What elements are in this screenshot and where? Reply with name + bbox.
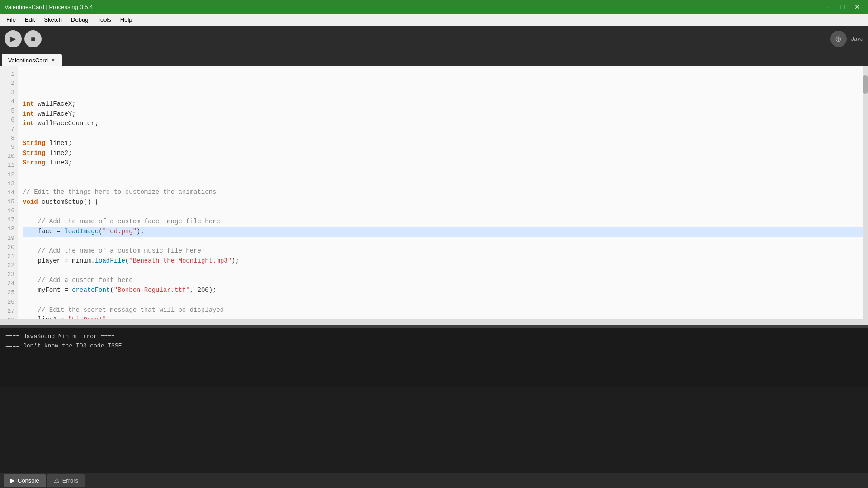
menu-help[interactable]: Help [116, 15, 137, 24]
line-3: int wallFaceCounter; [23, 119, 863, 129]
scrollbar-thumb[interactable] [863, 75, 868, 94]
debugger-button[interactable]: ⊕ [830, 31, 847, 47]
keyword-type: int [23, 110, 34, 117]
java-mode-label: Java [851, 35, 863, 42]
line-13: // Add the name of a custom face image f… [23, 217, 863, 227]
errors-tab-label: Errors [62, 477, 78, 484]
keyword-type: String [23, 150, 45, 157]
comment: // Edit the things here to customize the… [23, 188, 216, 196]
line-numbers: 1234567891011121314151617181920212223242… [0, 66, 18, 319]
code-text: ); [231, 257, 239, 264]
close-button[interactable]: ✕ [851, 0, 863, 13]
menu-edit[interactable]: Edit [20, 15, 39, 24]
toolbar-left: ▶ ■ [5, 30, 42, 47]
console-output: ==== JavaSound Minim Error ==== ==== Don… [0, 328, 868, 387]
code-content[interactable]: int wallFaceX;int wallFaceY;int wallFace… [18, 66, 868, 319]
code-text: ( [110, 286, 113, 294]
code-text: wallFaceCounter; [34, 120, 99, 127]
menu-file[interactable]: File [2, 15, 20, 24]
string-literal: "Bonbon-Regular.ttf" [114, 286, 190, 294]
line-1: int wallFaceX; [23, 99, 863, 109]
line-20: myFont = createFont("Bonbon-Regular.ttf"… [23, 286, 863, 296]
console-tab-icon: ▶ [10, 477, 15, 484]
toolbar: ▶ ■ ⊕ Java [0, 26, 868, 51]
tab-dropdown-icon[interactable]: ▼ [51, 57, 56, 63]
code-text: wallFaceY; [34, 110, 75, 117]
title-bar-left: ValentinesCard | Processing 3.5.4 [5, 4, 93, 10]
line-9 [23, 178, 863, 188]
tab-bar: ValentinesCard ▼ [0, 51, 868, 66]
code-text: wallFaceX; [34, 100, 75, 108]
code-text: face = [23, 228, 64, 235]
title-bar-controls: ─ □ ✕ [822, 0, 863, 13]
code-text: ; [106, 316, 110, 319]
line-4 [23, 129, 863, 139]
console-line-1: ==== JavaSound Minim Error ==== [5, 332, 863, 342]
string-literal: "Ted.png" [102, 228, 137, 235]
comment: // Add a custom font here [23, 277, 133, 284]
function-call: loadFile [95, 257, 125, 264]
line-14: face = loadImage("Ted.png"); [23, 227, 863, 237]
line-7: String line3; [23, 158, 863, 168]
code-text: customSetup() { [38, 198, 99, 206]
line-2: int wallFaceY; [23, 109, 863, 119]
comment: // Add the name of a custom music file h… [23, 247, 201, 254]
code-text: , 200); [190, 286, 217, 294]
string-literal: "Hi Dane!" [68, 316, 106, 319]
maximize-button[interactable]: □ [836, 0, 849, 13]
code-text: player = minim. [23, 257, 95, 264]
line-8 [23, 168, 863, 178]
code-text: ( [125, 257, 129, 264]
line-6: String line2; [23, 149, 863, 159]
minimize-button[interactable]: ─ [822, 0, 835, 13]
title-text: ValentinesCard | Processing 3.5.4 [5, 4, 93, 10]
comment: // Add the name of a custom face image f… [23, 218, 220, 225]
console-line-2: ==== Don't know the ID3 code TSSE [5, 342, 863, 351]
code-text: line1; [45, 140, 72, 147]
menu-tools[interactable]: Tools [93, 15, 115, 24]
file-tab[interactable]: ValentinesCard ▼ [2, 54, 62, 66]
code-text: line3; [45, 159, 72, 166]
horizontal-scrollbar[interactable] [0, 319, 868, 325]
line-19: // Add a custom font here [23, 276, 863, 286]
line-21 [23, 296, 863, 305]
line-17: player = minim.loadFile("Beneath_the_Moo… [23, 256, 863, 266]
string-literal: "Beneath_the_Moonlight.mp3" [129, 257, 231, 264]
errors-tab[interactable]: ⚠ Errors [47, 474, 85, 487]
editor-console-divider [0, 325, 868, 328]
stop-button[interactable]: ■ [24, 30, 42, 47]
code-text: myFont = [23, 286, 72, 294]
code-editor[interactable]: 1234567891011121314151617181920212223242… [0, 66, 868, 319]
comment: // Edit the secret message that will be … [23, 306, 224, 314]
menu-debug[interactable]: Debug [66, 15, 93, 24]
menu-sketch[interactable]: Sketch [39, 15, 66, 24]
line-16: // Add the name of a custom music file h… [23, 246, 863, 256]
line-12 [23, 207, 863, 217]
errors-tab-icon: ⚠ [54, 477, 60, 484]
function-call: loadImage [64, 228, 99, 235]
run-button[interactable]: ▶ [5, 30, 22, 47]
keyword-type: int [23, 120, 34, 127]
main-layout: 1234567891011121314151617181920212223242… [0, 66, 868, 488]
keyword-type: String [23, 159, 45, 166]
console-tab[interactable]: ▶ Console [4, 474, 46, 487]
console-tab-label: Console [18, 477, 39, 484]
keyword-type: int [23, 100, 34, 108]
line-5: String line1; [23, 139, 863, 149]
code-text: ); [137, 228, 144, 235]
function-call: createFont [72, 286, 110, 294]
line-10: // Edit the things here to customize the… [23, 188, 863, 197]
vertical-scrollbar[interactable] [863, 66, 868, 319]
code-text: line1 = [23, 316, 68, 319]
code-text: line2; [45, 150, 72, 157]
line-15 [23, 237, 863, 247]
line-22: // Edit the secret message that will be … [23, 305, 863, 315]
line-23: line1 = "Hi Dane!"; [23, 315, 863, 319]
keyword-type: String [23, 140, 45, 147]
bottom-tab-bar: ▶ Console ⚠ Errors [0, 473, 868, 488]
line-18 [23, 266, 863, 276]
menu-bar: File Edit Sketch Debug Tools Help [0, 14, 868, 26]
tab-name: ValentinesCard [8, 57, 48, 64]
title-bar: ValentinesCard | Processing 3.5.4 ─ □ ✕ [0, 0, 868, 14]
keyword-type: void [23, 198, 38, 206]
